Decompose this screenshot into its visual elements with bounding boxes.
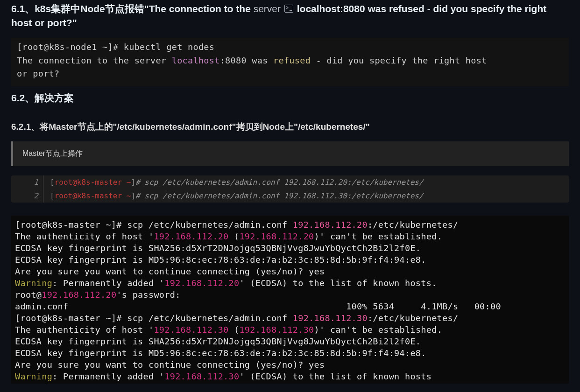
line-number: 1 bbox=[11, 175, 43, 189]
code-content: [root@k8s-master ~]# scp /etc/kubernetes… bbox=[43, 189, 569, 203]
blockquote-text: Master节点上操作 bbox=[22, 149, 83, 157]
heading-6-1: 6.1、k8s集群中Node节点报错"The connection to the… bbox=[11, 2, 569, 30]
command: kubectl get nodes bbox=[124, 42, 214, 52]
blockquote-master-op: Master节点上操作 bbox=[11, 141, 569, 166]
heading-6-2-1: 6.2.1、将Master节点上的"/etc/kubernetes/admin.… bbox=[11, 121, 569, 133]
heading-6-2: 6.2、解决方案 bbox=[11, 91, 569, 105]
terminal-icon bbox=[284, 5, 293, 13]
term-host: localhost bbox=[172, 56, 220, 65]
term-refused: refused bbox=[273, 56, 311, 65]
term-text: or port? bbox=[17, 69, 60, 78]
line-number: 2 bbox=[11, 189, 43, 203]
code-block-scp: 1 [root@k8s-master ~]# scp /etc/kubernet… bbox=[11, 175, 569, 203]
term-text: The connection to the server bbox=[17, 56, 172, 65]
terminal-output-2: [root@k8s-master ~]# scp /etc/kubernetes… bbox=[11, 216, 569, 384]
heading-text: 6.1、k8s集群中Node节点报错"The connection to the bbox=[11, 3, 254, 14]
code-content: [root@k8s-master ~]# scp /etc/kubernetes… bbox=[43, 175, 569, 189]
heading-server-word: server bbox=[254, 3, 281, 14]
article-body: 6.1、k8s集群中Node节点报错"The connection to the… bbox=[0, 2, 580, 392]
terminal-output-1: [root@k8s-node1 ~]# kubectl get nodes Th… bbox=[11, 38, 569, 86]
term-text: - did you specify the right host bbox=[311, 56, 487, 65]
term-text: :8080 was bbox=[220, 56, 273, 65]
prompt: [root@k8s-node1 ~]# bbox=[17, 42, 124, 52]
code-line: 1 [root@k8s-master ~]# scp /etc/kubernet… bbox=[11, 175, 569, 189]
code-line: 2 [root@k8s-master ~]# scp /etc/kubernet… bbox=[11, 189, 569, 203]
